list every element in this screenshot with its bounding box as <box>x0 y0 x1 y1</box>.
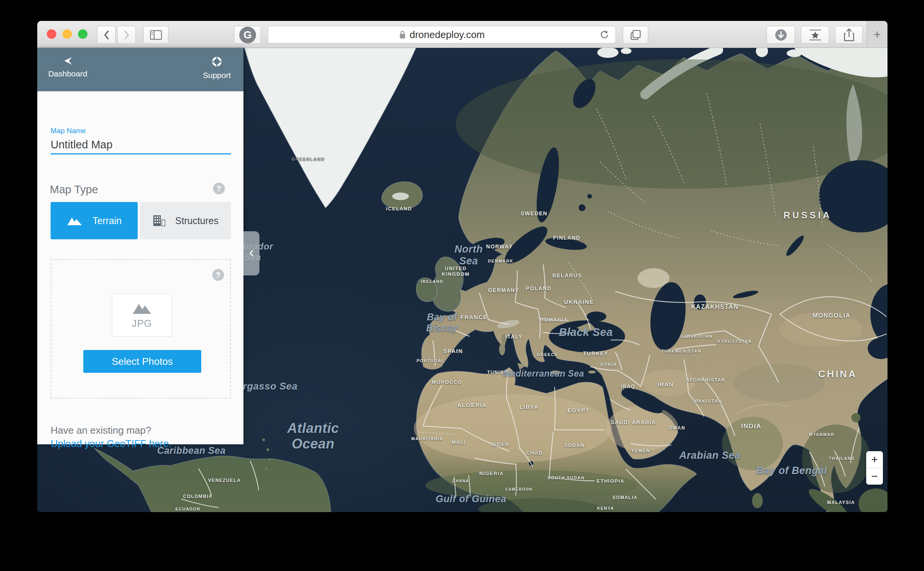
svg-text:G: G <box>243 29 252 41</box>
structures-building-icon <box>153 215 165 227</box>
downloads-button[interactable] <box>767 26 795 44</box>
sidebar-toggle-button[interactable] <box>143 26 169 44</box>
map-type-help-icon[interactable]: ? <box>213 183 225 194</box>
terrain-label: Terrain <box>92 215 121 226</box>
map-setup-sidebar: Dashboard Support Map Name Map Type ? <box>37 48 243 444</box>
download-icon <box>775 29 787 41</box>
zoom-out-button[interactable]: − <box>866 468 883 485</box>
dashboard-label: Dashboard <box>48 69 87 78</box>
structures-label: Structures <box>175 215 219 226</box>
jpg-label: JPG <box>132 318 152 329</box>
dashboard-back-button[interactable]: Dashboard <box>49 56 87 78</box>
fullscreen-window-button[interactable] <box>78 29 87 39</box>
zoom-in-button[interactable]: + <box>866 451 883 468</box>
sidebar-collapse-handle[interactable]: ‹ <box>243 231 259 275</box>
existing-map-question: Have an existing map? <box>51 425 151 436</box>
browser-toolbar: G dronedeploy.com <box>37 21 887 48</box>
browser-window: G dronedeploy.com <box>37 21 887 512</box>
grammarly-icon: G <box>239 26 256 44</box>
tabs-icon <box>630 29 641 41</box>
sidebar-icon <box>150 30 162 40</box>
refresh-icon[interactable] <box>599 29 610 41</box>
bookmarks-button[interactable] <box>801 26 829 44</box>
map-name-input[interactable] <box>51 136 231 154</box>
map-name-label: Map Name <box>51 127 86 135</box>
favorites-star-icon <box>808 29 822 41</box>
back-button[interactable] <box>97 26 116 44</box>
share-icon <box>843 28 855 42</box>
sidebar-panel: Map Name Map Type ? Terrain <box>37 91 243 444</box>
map-type-label: Map Type <box>50 183 98 196</box>
forward-chevron-icon <box>123 30 130 40</box>
back-chevron-icon <box>103 30 110 40</box>
lock-icon <box>399 30 406 39</box>
photo-upload-dropzone[interactable]: ? JPG Select Photos <box>51 259 231 399</box>
terrain-mountains-icon <box>67 215 83 226</box>
support-button[interactable]: Support <box>199 56 235 80</box>
url-text: dronedeploy.com <box>410 29 485 41</box>
select-photos-button[interactable]: Select Photos <box>83 350 201 373</box>
new-tab-button[interactable]: + <box>867 21 887 48</box>
support-label: Support <box>203 71 231 80</box>
map-type-terrain-button[interactable]: Terrain <box>51 202 138 239</box>
map-zoom-control: + − <box>866 451 883 485</box>
minimize-window-button[interactable] <box>62 29 72 39</box>
back-arrow-icon <box>63 56 73 65</box>
share-button[interactable] <box>835 26 863 44</box>
sidebar-header: Dashboard Support <box>37 48 243 91</box>
jpg-thumbnail: JPG <box>112 294 172 337</box>
tab-overview-button[interactable] <box>623 26 648 44</box>
close-window-button[interactable] <box>47 29 56 39</box>
photos-help-icon[interactable]: ? <box>212 269 224 281</box>
life-ring-icon <box>212 56 222 67</box>
grammarly-extension-button[interactable]: G <box>234 26 261 44</box>
address-bar[interactable]: dronedeploy.com <box>268 26 616 43</box>
photo-mountains-icon <box>131 301 153 315</box>
map-type-structures-button[interactable]: Structures <box>140 202 231 239</box>
upload-geotiff-link[interactable]: Upload your GeoTIFF here. <box>51 438 172 450</box>
forward-button[interactable] <box>117 26 136 44</box>
